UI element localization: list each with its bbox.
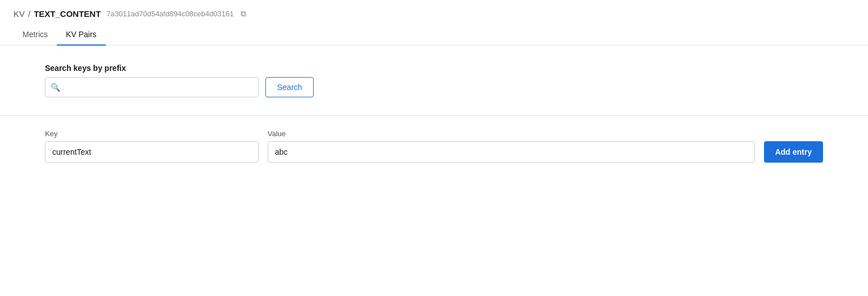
tabs-bar: Metrics KV Pairs [0,25,868,46]
tab-kv-pairs[interactable]: KV Pairs [57,25,105,46]
search-label: Search keys by prefix [45,64,823,73]
search-input-wrapper: 🔍 [45,77,259,97]
value-input[interactable] [268,141,755,163]
value-label: Value [268,129,755,138]
key-label: Key [45,129,259,138]
entry-form-row: Key Value Add entry [45,129,823,163]
breadcrumb-id: 7a3011ad70d54afd894c08ceb4d03161 [106,10,233,18]
breadcrumb-separator: / [28,9,30,19]
search-button[interactable]: Search [265,77,314,97]
value-field-group: Value [268,129,755,163]
add-entry-button[interactable]: Add entry [764,141,823,163]
search-section: Search keys by prefix 🔍 Search [0,46,868,111]
page-wrapper: KV / TEXT_CONTENT 7a3011ad70d54afd894c08… [0,0,868,296]
breadcrumb: KV / TEXT_CONTENT 7a3011ad70d54afd894c08… [0,0,868,19]
search-row: 🔍 Search [45,77,823,97]
search-input[interactable] [45,77,259,97]
breadcrumb-current: TEXT_CONTENT [34,9,101,19]
breadcrumb-parent: KV [13,9,25,19]
key-field-group: Key [45,129,259,163]
add-entry-section: Key Value Add entry [0,116,868,176]
tab-metrics[interactable]: Metrics [13,25,57,46]
copy-icon[interactable]: ⧉ [241,9,246,19]
key-input[interactable] [45,141,259,163]
